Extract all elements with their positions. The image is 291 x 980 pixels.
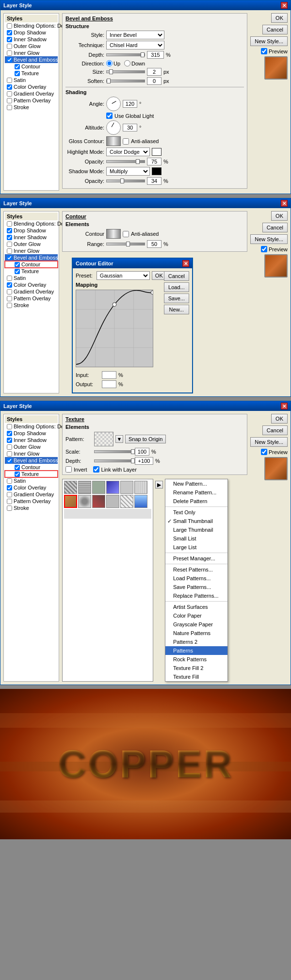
angle-input[interactable] — [123, 100, 137, 108]
sidebar-item-blending[interactable]: Blending Options: Default — [5, 22, 58, 29]
cb2-satin[interactable] — [7, 276, 12, 281]
sb2-satin[interactable]: Satin — [5, 275, 58, 281]
cb3-dropshadow[interactable] — [7, 431, 12, 436]
sb2-innerglow[interactable]: Inner Glow — [5, 247, 58, 254]
angle-indicator[interactable] — [106, 97, 121, 111]
newstyle-btn-1[interactable]: New Style... — [250, 36, 288, 46]
cb-bevelemboss[interactable] — [7, 57, 12, 63]
cb-outerglow[interactable] — [7, 44, 12, 49]
sb3-dropshadow[interactable]: Drop Shadow — [5, 430, 58, 437]
cb-blending[interactable] — [7, 23, 12, 29]
invert-cb[interactable] — [65, 466, 72, 473]
curve-canvas[interactable] — [76, 290, 153, 367]
cb-texture[interactable] — [15, 71, 20, 76]
sb3-patternoverlay[interactable]: Pattern Overlay — [5, 498, 58, 505]
ctx-delete-pattern[interactable]: Delete Pattern — [165, 497, 227, 506]
pat-9[interactable] — [92, 495, 105, 508]
pat-6[interactable] — [134, 481, 147, 494]
ctx-grayscale-paper[interactable]: Grayscale Paper — [165, 620, 227, 629]
pat-10[interactable] — [106, 495, 119, 508]
sidebar-item-patternoverlay1[interactable]: Pattern Overlay — [5, 97, 58, 104]
cb2-coloroverlay[interactable] — [7, 282, 12, 288]
output-value[interactable] — [102, 380, 116, 388]
window-close-2[interactable]: ✕ — [281, 200, 288, 207]
scale-input[interactable] — [135, 448, 149, 456]
cb3-texture[interactable] — [15, 472, 20, 477]
ctx-reset-patterns[interactable]: Reset Patterns... — [165, 565, 227, 574]
range-input[interactable] — [147, 240, 162, 248]
pat-7[interactable] — [64, 495, 77, 508]
ctx-text-only[interactable]: Text Only — [165, 508, 227, 517]
pattern-preview-swatch[interactable] — [94, 432, 113, 446]
sb2-patternoverlay[interactable]: Pattern Overlay — [5, 295, 58, 302]
ctx-texture-fill[interactable]: Texture Fill — [165, 672, 227, 681]
cb3-patternoverlay[interactable] — [7, 499, 12, 504]
sb3-innershadow[interactable]: Inner Shadow — [5, 437, 58, 443]
cb2-bevelemboss[interactable] — [7, 255, 12, 261]
newstyle-btn-2[interactable]: New Style... — [250, 234, 288, 244]
hl-opacity-input[interactable] — [147, 158, 162, 165]
sb2-coloroverlay[interactable]: Color Overlay — [5, 281, 58, 288]
editor-close[interactable]: ✕ — [182, 260, 189, 267]
cb2-outerglow[interactable] — [7, 242, 12, 247]
sb3-gradientoverlay[interactable]: Gradient Overlay — [5, 491, 58, 498]
ok-btn-1[interactable]: OK — [271, 13, 288, 23]
cb-satin[interactable] — [7, 78, 12, 83]
sb2-contour[interactable]: Contour — [5, 261, 58, 268]
pat-3[interactable] — [92, 481, 105, 494]
ctx-patterns2[interactable]: Patterns 2 — [165, 637, 227, 646]
ctx-large-list[interactable]: Large List — [165, 543, 227, 552]
cancel-btn-1[interactable]: Cancel — [262, 25, 288, 34]
altitude-indicator[interactable] — [106, 120, 121, 135]
cb-innershadow[interactable] — [7, 37, 12, 42]
cb2-innershadow[interactable] — [7, 235, 12, 240]
soften-slider[interactable] — [106, 80, 145, 82]
hl-opacity-slider[interactable] — [106, 160, 145, 163]
ctx-artist-surfaces[interactable]: Artist Surfaces — [165, 603, 227, 611]
size-input[interactable] — [147, 68, 162, 76]
altitude-input[interactable] — [123, 124, 137, 131]
preview-cb-3[interactable] — [261, 449, 267, 455]
cb3-innerglow[interactable] — [7, 451, 12, 457]
cb3-coloroverlay[interactable] — [7, 485, 12, 490]
ctx-new-pattern[interactable]: New Pattern... — [165, 479, 227, 488]
sb3-texture[interactable]: Texture — [5, 471, 58, 477]
pattern-expand-btn[interactable]: ▼ — [115, 435, 123, 443]
sidebar-item-bevelemboss[interactable]: Bevel and Emboss — [5, 56, 58, 63]
sb3-contour[interactable]: Contour — [5, 464, 58, 471]
highlight-color[interactable] — [152, 148, 162, 156]
scale-slider[interactable] — [94, 450, 133, 453]
sb2-stroke[interactable]: Stroke — [5, 302, 58, 309]
link-cb[interactable] — [93, 466, 99, 473]
pat-11[interactable] — [120, 495, 133, 508]
sb2-texture[interactable]: Texture — [5, 268, 58, 275]
editor-new-btn[interactable]: New... — [164, 305, 189, 314]
sidebar-item-innerglow[interactable]: Inner Glow — [5, 49, 58, 56]
depth-tex-input[interactable] — [135, 457, 153, 465]
ctx-small-list[interactable]: Small List — [165, 534, 227, 543]
shadow-select[interactable]: Multiply — [106, 167, 150, 176]
ctx-color-paper[interactable]: Color Paper — [165, 611, 227, 620]
editor-cancel-btn[interactable]: Cancel — [164, 271, 189, 281]
cb-gradientoverlay1[interactable] — [7, 91, 12, 97]
cb2-blending[interactable] — [7, 221, 12, 227]
sh-opacity-input[interactable] — [147, 177, 162, 185]
sidebar-item-outerglow[interactable]: Outer Glow — [5, 43, 58, 49]
sidebar-item-texture[interactable]: Texture — [5, 70, 58, 77]
sb3-coloroverlay[interactable]: Color Overlay — [5, 484, 58, 491]
cb-innerglow[interactable] — [7, 50, 12, 56]
sb3-satin[interactable]: Satin — [5, 477, 58, 484]
sidebar-item-gradientoverlay1[interactable]: Gradient Overlay — [5, 90, 58, 97]
depth-slider[interactable] — [106, 53, 145, 56]
cb2-patternoverlay[interactable] — [7, 296, 12, 301]
cb-dropshadow[interactable] — [7, 30, 12, 35]
sidebar-item-stroke1[interactable]: Stroke — [5, 104, 58, 111]
antialiased-cb[interactable] — [123, 138, 129, 145]
pat-12[interactable] — [134, 495, 147, 508]
highlight-select[interactable]: Color Dodge — [106, 147, 150, 156]
ctx-nature-patterns[interactable]: Nature Patterns — [165, 629, 227, 637]
snap-origin-btn[interactable]: Snap to Origin — [125, 435, 166, 443]
input-value[interactable] — [102, 371, 116, 379]
sidebar-item-dropshadow[interactable]: Drop Shadow — [5, 29, 58, 36]
preset-select[interactable]: Gaussian — [97, 271, 150, 280]
